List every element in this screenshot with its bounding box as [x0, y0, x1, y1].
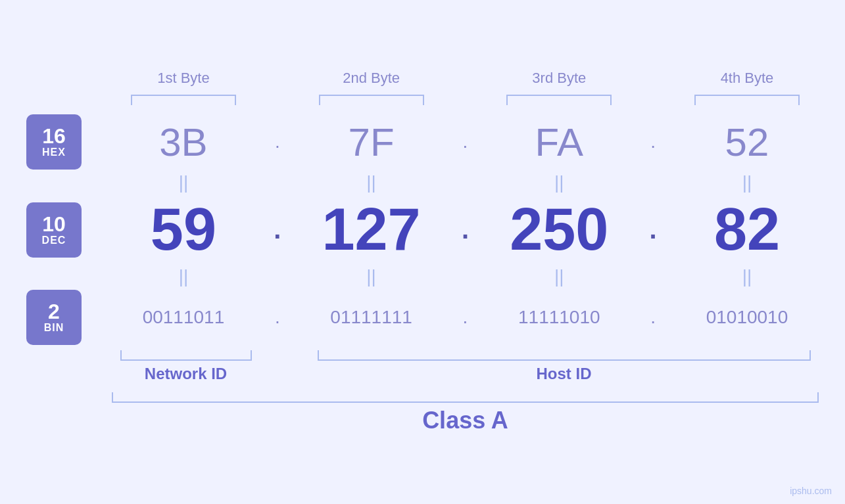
dec-base-name: DEC: [42, 235, 66, 246]
dec-base-number: 10: [42, 214, 66, 235]
byte-2-label-cell: 2nd Byte: [306, 70, 437, 91]
bin-row: 2 BIN 00111011 . 01111111 . 11111010 .: [26, 290, 819, 345]
bracket-1-cell: [118, 95, 249, 105]
bin-value-3: 11111010: [518, 307, 600, 328]
byte-4-label: 4th Byte: [721, 70, 774, 87]
dot-icon-bin-1: .: [275, 307, 280, 328]
equals-2-4: ||: [742, 267, 752, 286]
byte-2-label: 2nd Byte: [343, 70, 400, 87]
host-bracket-container: Host ID: [318, 350, 811, 383]
byte-4-label-cell: 4th Byte: [681, 70, 813, 91]
eq1-4-cell: ||: [681, 173, 813, 192]
eq1-1-cell: ||: [118, 173, 249, 192]
dot-icon-bin-3: .: [650, 307, 656, 328]
bracket-top-4: [694, 95, 800, 105]
bottom-brackets-row: Network ID Host ID: [26, 350, 819, 383]
eq1-2-cell: ||: [306, 173, 437, 192]
class-row: Class A: [26, 392, 819, 434]
hex-badge: 16 HEX: [26, 114, 82, 170]
hex-row: 16 HEX 3B . 7F . FA . 52: [26, 114, 819, 170]
dot-icon-hex-2: .: [463, 131, 468, 152]
main-container: 1st Byte 2nd Byte 3rd Byte 4th Byte: [0, 0, 845, 504]
byte-3-label-cell: 3rd Byte: [493, 70, 625, 91]
bin-4-cell: 01010010: [681, 307, 813, 328]
bin-values: 00111011 . 01111111 . 11111010 . 0101001…: [112, 307, 819, 328]
hex-value-2: 7F: [349, 120, 395, 165]
dec-4-cell: 82: [681, 196, 813, 263]
bin-base-name: BIN: [44, 322, 64, 334]
hex-value-4: 52: [725, 120, 769, 165]
bin-base-number: 2: [48, 301, 60, 322]
bin-badge: 2 BIN: [26, 290, 82, 345]
dot-dec-1: .: [261, 215, 294, 244]
hex-values: 3B . 7F . FA . 52: [112, 120, 819, 165]
hex-3-cell: FA: [493, 120, 625, 165]
equals-2-1: ||: [179, 267, 189, 286]
hex-4-cell: 52: [681, 120, 813, 165]
dec-value-2: 127: [322, 196, 421, 263]
dot-icon-dec-1: .: [274, 215, 281, 244]
hex-label-col: 16 HEX: [26, 114, 112, 170]
bracket-top-1: [131, 95, 236, 105]
class-bracket: [112, 392, 819, 403]
network-bracket-cell: Network ID: [120, 350, 252, 383]
hex-base-number: 16: [42, 126, 66, 147]
dec-value-3: 250: [510, 196, 608, 263]
host-bracket-line-container: [318, 350, 811, 361]
dot-hex-2: .: [448, 131, 481, 152]
dec-2-cell: 127: [306, 196, 437, 263]
dot-icon-bin-2: .: [463, 307, 468, 328]
hex-1-cell: 3B: [118, 120, 249, 165]
byte-3-label: 3rd Byte: [532, 70, 586, 87]
bracket-top-2: [319, 95, 424, 105]
hex-value-1: 3B: [159, 120, 207, 165]
dec-badge: 10 DEC: [26, 202, 82, 258]
bin-2-cell: 01111111: [306, 307, 437, 328]
dot-dec-3: .: [637, 215, 669, 244]
dec-value-1: 59: [151, 196, 216, 263]
equals-row-1: || || || ||: [26, 173, 819, 192]
class-bracket-container: Class A: [112, 392, 819, 434]
bin-label-col: 2 BIN: [26, 290, 112, 345]
equals-1-1: ||: [179, 173, 189, 192]
hex-value-3: FA: [535, 120, 583, 165]
byte-labels-row: 1st Byte 2nd Byte 3rd Byte 4th Byte: [26, 70, 819, 91]
dot-hex-1: .: [261, 131, 294, 152]
hex-base-name: HEX: [42, 147, 66, 158]
equals-1-4: ||: [742, 173, 752, 192]
host-id-label: Host ID: [537, 365, 592, 383]
dec-values: 59 . 127 . 250 . 82: [112, 196, 819, 263]
class-a-label: Class A: [422, 407, 508, 434]
bin-value-4: 01010010: [706, 307, 788, 328]
eq2-2-cell: ||: [306, 267, 437, 286]
dot-icon-hex-3: .: [650, 131, 656, 152]
dec-label-col: 10 DEC: [26, 202, 112, 258]
dot-bin-3: .: [637, 307, 669, 328]
eq1-3-cell: ||: [493, 173, 625, 192]
dec-row: 10 DEC 59 . 127 . 250 . 82: [26, 196, 819, 263]
byte-labels: 1st Byte 2nd Byte 3rd Byte 4th Byte: [112, 70, 819, 91]
dec-1-cell: 59: [118, 196, 249, 263]
eq2-4-cell: ||: [681, 267, 813, 286]
eq1-values: || || || ||: [112, 173, 819, 192]
network-bracket: [120, 350, 252, 361]
equals-2-2: ||: [366, 267, 376, 286]
equals-row-2: || || || ||: [26, 267, 819, 286]
dot-icon-dec-3: .: [650, 215, 657, 244]
bracket-top-3: [506, 95, 612, 105]
dot-hex-3: .: [637, 131, 669, 152]
bracket-3-cell: [493, 95, 625, 105]
dot-dec-2: .: [448, 215, 481, 244]
hex-2-cell: 7F: [306, 120, 437, 165]
bin-value-2: 01111111: [330, 307, 412, 328]
dec-3-cell: 250: [493, 196, 625, 263]
network-id-label: Network ID: [145, 365, 227, 383]
dot-bin-1: .: [261, 307, 294, 328]
top-brackets-row: [26, 95, 819, 105]
bin-1-cell: 00111011: [118, 307, 249, 328]
bin-3-cell: 11111010: [493, 307, 625, 328]
eq2-3-cell: ||: [493, 267, 625, 286]
dot-icon-dec-2: .: [462, 215, 469, 244]
equals-2-3: ||: [554, 267, 564, 286]
bottom-brackets: Network ID Host ID: [112, 350, 819, 383]
